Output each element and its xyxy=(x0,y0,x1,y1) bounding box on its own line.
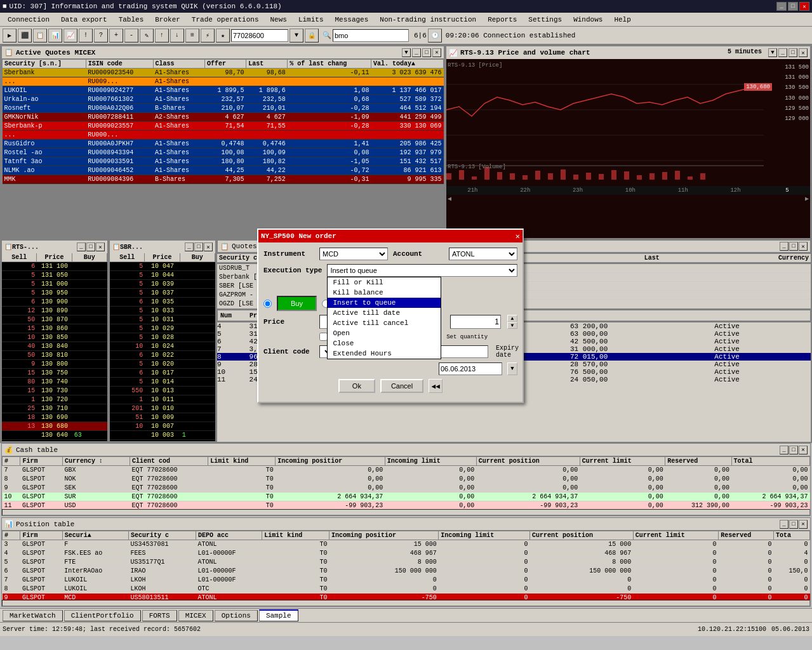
sbr-ob-row[interactable]: 10 003 1 xyxy=(110,431,215,440)
toolbar-btn-2[interactable]: ⬛ xyxy=(18,29,32,43)
dialog-close-btn[interactable]: ✕ xyxy=(516,232,520,241)
qty-input[interactable] xyxy=(450,315,501,329)
menu-broker[interactable]: Broker xyxy=(150,15,185,25)
quotes-panel-maximize[interactable]: □ xyxy=(422,48,431,57)
chart-download[interactable]: ▼ xyxy=(768,48,777,57)
quotes-table-row[interactable]: Sberbank RU0009023540 A1-Shares 98,70 98… xyxy=(3,69,444,77)
ct-minimize[interactable]: _ xyxy=(780,446,789,454)
dd-active-till-cancel[interactable]: Active till cancel xyxy=(328,318,441,328)
search-input[interactable] xyxy=(333,29,409,42)
rts-ob-row[interactable]: 40 130 840 xyxy=(2,342,107,351)
execution-select[interactable]: Insert to queue Fill or Kill Kill balanc… xyxy=(327,264,517,277)
quotes-panel-close[interactable]: ✕ xyxy=(432,48,441,57)
qty-down[interactable]: ▼ xyxy=(507,322,517,329)
quotes-table-row[interactable]: GMKNorNik RU0007288411 A2-Shares 4 627 4… xyxy=(3,113,444,122)
ct-maximize[interactable]: □ xyxy=(789,446,798,454)
dialog-nav-btn[interactable]: ◀◀ xyxy=(429,379,443,393)
cash-scroll-h[interactable] xyxy=(2,509,810,515)
rts-ob-maximize[interactable]: □ xyxy=(86,242,95,251)
toolbar-btn-13[interactable]: ≡ xyxy=(185,29,199,43)
menu-reports[interactable]: Reports xyxy=(483,15,522,25)
sbr-ob-row[interactable]: 5 10 020 xyxy=(110,360,215,369)
instrument-select[interactable]: MCD xyxy=(319,248,388,260)
rts-ob-row[interactable]: 6 131 100 xyxy=(2,262,107,271)
quotes-table-row[interactable]: MMK RU0009084396 B-Shares 7,305 7,252 -0… xyxy=(3,175,444,184)
close-button[interactable]: ✕ xyxy=(799,2,809,11)
toolbar-btn-5[interactable]: 📈 xyxy=(63,29,77,43)
sbr-ob-row[interactable]: 1 10 011 xyxy=(110,395,215,404)
quotes-table-row[interactable]: Rostel -ao RU0008943394 A1-Shares 100,08… xyxy=(3,149,444,157)
rts-ob-row[interactable]: 6 130 900 xyxy=(2,298,107,307)
sbr-ob-row[interactable]: 5 10 031 xyxy=(110,315,215,324)
toolbar-btn-6[interactable]: ! xyxy=(79,29,93,43)
rts-ob-row[interactable]: 50 130 870 xyxy=(2,315,107,324)
buy-button[interactable]: Buy xyxy=(277,296,317,311)
position-table-row[interactable]: 5 GLSPOT FTE US35177Q1 ATONL T0 8 000 0 … xyxy=(3,558,810,567)
sbr-ob-row[interactable]: 6 10 035 xyxy=(110,298,215,307)
rts-ob-row[interactable]: 130 630 28 xyxy=(2,440,107,441)
pt-minimize[interactable]: _ xyxy=(780,520,789,529)
sbr-ob-row[interactable]: 201 10 010 xyxy=(110,404,215,413)
quotes-table-row[interactable]: Tatnft 3ao RU0009033591 A1-Shares 180,80… xyxy=(3,157,444,166)
qd-maximize[interactable]: □ xyxy=(789,242,798,251)
sbr-ob-row[interactable]: 550 10 013 xyxy=(110,387,215,395)
quotes-panel-download[interactable]: ▼ xyxy=(402,48,411,57)
cash-table-row[interactable]: 9 GLSPOT SEK EQT 77028600 T0 0,00 0,00 0… xyxy=(3,484,810,493)
toolbar-btn-clock[interactable]: 🕐 xyxy=(428,29,442,43)
sbr-ob-row[interactable]: 5 10 028 xyxy=(110,333,215,342)
toolbar-btn-14[interactable]: ⚡ xyxy=(201,29,215,43)
pos-scroll-h[interactable] xyxy=(2,600,810,606)
menu-trade-operations[interactable]: Trade operations xyxy=(187,15,264,25)
cash-table-row[interactable]: 7 GLSPOT GBX EQT 77028600 T0 0,00 0,00 0… xyxy=(3,466,810,475)
rts-ob-row[interactable]: 12 130 890 xyxy=(2,307,107,315)
quotes-table-row[interactable]: Rosneft RU000A0J2Q06 B-Shares 210,07 210… xyxy=(3,104,444,113)
sbr-ob-row[interactable]: 5 10 039 xyxy=(110,280,215,289)
rts-ob-row[interactable]: 13 130 680 xyxy=(2,422,107,431)
dd-insert-to-queue[interactable]: Insert to queue xyxy=(328,298,441,308)
sbr-ob-row[interactable]: 10 10 024 xyxy=(110,342,215,351)
quotes-table-row[interactable]: ... RU009... A1-Shares xyxy=(3,77,444,86)
position-table-row[interactable]: 8 GLSPOT LUKOIL LKOH OTC T0 0 0 0 0 0 0 xyxy=(3,585,810,594)
sbr-ob-row[interactable]: 51 10 009 xyxy=(110,413,215,422)
sbr-ob-maximize[interactable]: □ xyxy=(194,242,203,251)
rts-ob-minimize[interactable]: _ xyxy=(77,242,86,251)
pt-close[interactable]: ✕ xyxy=(799,520,808,529)
sbr-ob-row[interactable]: 5 10 014 xyxy=(110,378,215,387)
toolbar-btn-10[interactable]: ✎ xyxy=(140,29,154,43)
sbr-ob-row[interactable]: 5 10 037 xyxy=(110,289,215,298)
rts-ob-close[interactable]: ✕ xyxy=(96,242,105,251)
toolbar-btn-4[interactable]: 📊 xyxy=(48,29,62,43)
sbr-ob-row[interactable]: 10 002 64 xyxy=(110,440,215,441)
dd-active-till-date[interactable]: Active till date xyxy=(328,308,441,318)
ct-close[interactable]: ✕ xyxy=(799,446,808,454)
cash-table-row[interactable]: 11 GLSPOT USD EQT 77028600 T0 -99 903,23… xyxy=(3,501,810,510)
position-table-row[interactable]: 3 GLSPOT F US34537081 ATONL T0 15 000 0 … xyxy=(3,540,810,549)
rts-ob-row[interactable]: 5 131 000 xyxy=(2,280,107,289)
dd-fill-or-kill[interactable]: Fill or Kill xyxy=(328,277,441,288)
sbr-ob-row[interactable]: 6 10 017 xyxy=(110,369,215,378)
dd-extended-hours[interactable]: Extended Hours xyxy=(328,348,441,359)
buy-radio[interactable] xyxy=(263,300,272,308)
quotes-table-row[interactable]: Sberbank-p RU0009023557 A1-Shares 71,54 … xyxy=(3,122,444,131)
sbr-ob-row[interactable]: 5 10 033 xyxy=(110,307,215,315)
position-table-row[interactable]: 6 GLSPOT InterRAOao IRAO L01-00000F T0 1… xyxy=(3,567,810,576)
quotes-table-row[interactable]: LUKOIL RU0009024277 A1-Shares 1 899,5 1 … xyxy=(3,86,444,95)
toolbar-btn-16[interactable]: 🔒 xyxy=(305,29,319,43)
dd-close[interactable]: Close xyxy=(328,338,441,348)
quotes-panel-minimize[interactable]: _ xyxy=(412,48,421,57)
set-quantity-link[interactable]: Set quantity xyxy=(446,334,488,340)
menu-messages[interactable]: Messages xyxy=(330,15,374,25)
rts-ob-row[interactable]: 15 130 860 xyxy=(2,324,107,333)
quotes-table-row[interactable]: NLMK .ao RU0009046452 A1-Shares 44,25 44… xyxy=(3,166,444,175)
account-select[interactable]: ATONL xyxy=(449,248,517,260)
toolbar-btn-11[interactable]: ↑ xyxy=(155,29,169,43)
tab-client-portfolio[interactable]: ClientPortfolio xyxy=(64,610,141,621)
sbr-ob-row[interactable]: 5 10 044 xyxy=(110,271,215,280)
quotes-table-row[interactable]: Urkaln-ao RU0007661302 A1-Shares 232,57 … xyxy=(3,95,444,104)
minimize-button[interactable]: _ xyxy=(776,2,787,11)
toolbar-btn-7[interactable]: ? xyxy=(94,29,108,43)
sbr-ob-row[interactable]: 5 10 047 xyxy=(110,262,215,271)
rts-ob-row[interactable]: 9 130 800 xyxy=(2,360,107,369)
chart-maximize[interactable]: □ xyxy=(789,48,797,57)
toolbar-btn-3[interactable]: 📋 xyxy=(33,29,47,43)
